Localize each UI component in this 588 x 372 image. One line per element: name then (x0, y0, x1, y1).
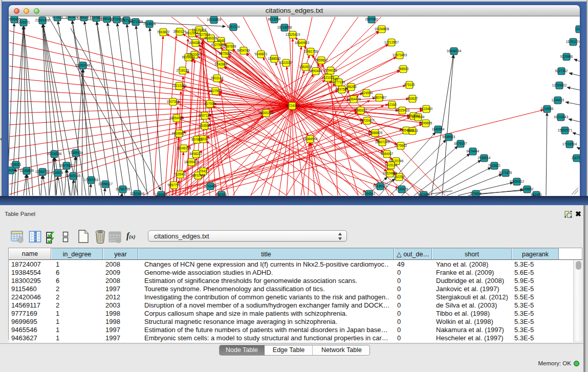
svg-text:20206536: 20206536 (47, 152, 62, 156)
svg-text:16911441: 16911441 (191, 173, 205, 177)
svg-text:30975867: 30975867 (59, 164, 74, 167)
svg-text:3716485: 3716485 (204, 184, 217, 188)
svg-text:12505135: 12505135 (66, 174, 81, 178)
svg-text:2803144: 2803144 (211, 76, 224, 80)
svg-text:19218596: 19218596 (277, 26, 292, 29)
svg-text:953627: 953627 (407, 97, 418, 100)
svg-text:417006: 417006 (204, 102, 215, 105)
svg-text:116753: 116753 (572, 156, 580, 160)
svg-text:39154: 39154 (9, 168, 15, 172)
svg-text:1975692: 1975692 (395, 144, 407, 147)
svg-text:17016504: 17016504 (562, 142, 577, 146)
svg-text:13226058: 13226058 (192, 28, 207, 32)
svg-text:1405571: 1405571 (17, 20, 30, 24)
svg-text:6497568: 6497568 (336, 87, 349, 91)
svg-text:18724007: 18724007 (285, 104, 300, 107)
svg-text:10671355: 10671355 (128, 20, 143, 24)
svg-text:7357224: 7357224 (227, 25, 240, 29)
svg-text:14136141: 14136141 (373, 184, 388, 188)
svg-text:9777169: 9777169 (333, 80, 345, 84)
svg-text:26053346: 26053346 (76, 63, 91, 67)
svg-text:2935514: 2935514 (478, 156, 491, 160)
svg-text:18807249: 18807249 (375, 140, 390, 144)
svg-text:16543862: 16543862 (188, 41, 203, 45)
svg-text:11156829: 11156829 (19, 169, 34, 172)
svg-text:21364436: 21364436 (346, 97, 361, 101)
svg-text:975115: 975115 (404, 83, 415, 86)
svg-text:16154808: 16154808 (375, 27, 389, 31)
svg-text:16524861: 16524861 (383, 171, 398, 175)
svg-text:1362615: 1362615 (299, 65, 312, 69)
svg-text:11172: 11172 (575, 27, 580, 31)
svg-text:977513: 977513 (52, 16, 63, 19)
svg-text:1615132: 1615132 (385, 163, 398, 167)
svg-text:16120746: 16120746 (389, 159, 404, 163)
svg-text:2718126: 2718126 (177, 69, 189, 72)
svg-text:16782759: 16782759 (116, 187, 130, 191)
svg-text:7943: 7943 (200, 169, 207, 173)
svg-text:7632621: 7632621 (488, 164, 501, 167)
svg-text:9227342: 9227342 (555, 69, 568, 73)
svg-text:10958117: 10958117 (98, 182, 113, 186)
svg-text:15720407: 15720407 (360, 119, 375, 122)
svg-text:8471676: 8471676 (499, 171, 512, 174)
svg-text:18099469: 18099469 (184, 160, 199, 164)
svg-text:62160: 62160 (387, 103, 397, 106)
svg-text:8498222: 8498222 (190, 152, 203, 156)
svg-text:16648784: 16648784 (447, 49, 462, 53)
svg-text:16046738: 16046738 (177, 146, 191, 150)
svg-text:16210643: 16210643 (554, 115, 569, 119)
svg-text:7515526: 7515526 (143, 22, 156, 26)
svg-text:12942737: 12942737 (35, 170, 50, 173)
svg-text:252254: 252254 (394, 175, 405, 179)
svg-text:12323446: 12323446 (130, 192, 145, 195)
svg-text:9839684: 9839684 (182, 55, 195, 59)
svg-text:16033809: 16033809 (207, 18, 222, 21)
svg-text:10853267: 10853267 (77, 16, 92, 19)
svg-text:8938923: 8938923 (443, 135, 455, 139)
svg-text:3267130: 3267130 (199, 114, 211, 117)
svg-text:9084067: 9084067 (381, 152, 394, 156)
svg-text:3624554: 3624554 (360, 91, 373, 95)
svg-text:9699695: 9699695 (420, 121, 432, 125)
svg-text:1640954: 1640954 (432, 127, 445, 131)
svg-text:7663822: 7663822 (157, 30, 170, 34)
svg-text:10025433: 10025433 (395, 108, 410, 112)
svg-text:10688609: 10688609 (368, 131, 383, 135)
svg-text:1094541: 1094541 (363, 192, 376, 195)
svg-text:114519: 114519 (53, 171, 63, 174)
svg-text:9146821: 9146821 (255, 52, 268, 56)
svg-text:1733426: 1733426 (396, 187, 408, 191)
svg-text:21531: 21531 (199, 137, 208, 141)
svg-text:3960124: 3960124 (173, 30, 186, 33)
svg-text:10807487: 10807487 (372, 96, 387, 99)
svg-text:7625402: 7625402 (174, 172, 187, 176)
svg-text:1244415: 1244415 (552, 98, 564, 102)
svg-text:9327508: 9327508 (211, 43, 224, 47)
svg-text:17359934: 17359934 (69, 151, 83, 155)
svg-text:453594: 453594 (199, 124, 210, 127)
svg-text:8912954: 8912954 (186, 31, 199, 35)
svg-text:7955812: 7955812 (315, 58, 328, 62)
svg-text:9329966: 9329966 (560, 55, 573, 58)
svg-text:6990448: 6990448 (310, 69, 322, 73)
svg-text:18640910: 18640910 (295, 41, 310, 45)
svg-text:5875685: 5875685 (219, 52, 232, 55)
svg-text:8813054: 8813054 (268, 17, 281, 21)
svg-text:13325419: 13325419 (286, 33, 300, 36)
svg-text:10654112: 10654112 (510, 180, 524, 183)
svg-text:25300203: 25300203 (259, 111, 274, 115)
svg-text:12213967: 12213967 (384, 40, 399, 44)
svg-text:15692971: 15692971 (558, 128, 573, 132)
svg-text:9579604: 9579604 (412, 115, 425, 119)
svg-text:10973493: 10973493 (393, 53, 407, 57)
svg-text:17957253: 17957253 (84, 178, 99, 182)
svg-text:9857791: 9857791 (168, 183, 181, 187)
svg-text:1327503: 1327503 (198, 33, 210, 36)
svg-text:9115460: 9115460 (420, 107, 433, 111)
svg-text:748500: 748500 (398, 67, 409, 71)
svg-text:879654: 879654 (470, 192, 482, 195)
svg-text:9474444: 9474444 (467, 149, 480, 153)
svg-text:12213369: 12213369 (172, 84, 187, 87)
svg-text:10961758: 10961758 (303, 50, 318, 53)
